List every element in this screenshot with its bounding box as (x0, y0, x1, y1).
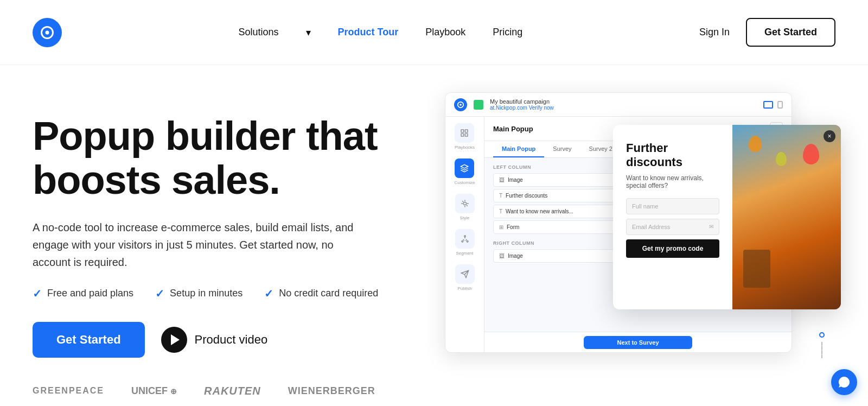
sidebar-playbooks-icon (455, 123, 474, 143)
nav-playbook[interactable]: Playbook (425, 27, 465, 38)
balloon-1 (749, 136, 762, 152)
app-topbar: My beautiful campaign at.Nickpop.com Ver… (445, 93, 792, 117)
nav-pricing[interactable]: Pricing (493, 27, 522, 38)
check-free-plans: ✓ Free and paid plans (33, 287, 133, 300)
item-discounts-label: Further discounts (506, 193, 547, 199)
product-video-button[interactable]: Product video (161, 327, 268, 353)
sidebar-publish[interactable]: Publish (455, 264, 475, 291)
nav-solutions[interactable]: Solutions (239, 27, 279, 38)
hero-ctas: Get Started Product video (33, 322, 401, 358)
play-icon (161, 327, 187, 353)
customize-icon (460, 164, 469, 173)
chat-icon (838, 376, 851, 389)
logo[interactable] (33, 18, 62, 47)
popup-fullname-input[interactable]: Full name (626, 198, 719, 214)
form-icon: ⊞ (499, 224, 503, 230)
person-silhouette (743, 250, 770, 288)
popup-card: × Further discounts Want to know new arr… (613, 125, 841, 309)
svg-point-9 (464, 236, 465, 237)
logo-svg (40, 25, 55, 40)
image-icon-2: 🖼 (499, 253, 505, 259)
svg-point-11 (467, 240, 468, 242)
email-icon: ✉ (709, 224, 713, 230)
chat-bubble[interactable] (831, 369, 857, 395)
popup-close-button[interactable]: × (824, 130, 835, 142)
sidebar-playbooks-label: Playbooks (455, 145, 475, 150)
check-free-plans-label: Free and paid plans (47, 288, 133, 299)
sidebar-customize[interactable]: Customize (455, 158, 475, 185)
popup-email-input[interactable]: Email Address ✉ (626, 219, 719, 235)
nav-actions: Sign In Get Started (699, 18, 835, 47)
app-sidebar: Playbooks Customize Style (445, 117, 484, 352)
hero-title: Popup builder that boosts sales. (33, 114, 401, 202)
hero-left: Popup builder that boosts sales. A no-co… (33, 98, 401, 397)
small-logo-svg (457, 101, 464, 109)
style-icon (461, 199, 469, 208)
popup-cta-button[interactable]: Get my promo code (626, 239, 719, 258)
sidebar-style[interactable]: Style (455, 194, 475, 220)
get-started-hero-button[interactable]: Get Started (33, 322, 145, 358)
main-nav: Solutions ▾ Product Tour Playbook Pricin… (239, 27, 523, 39)
hero-right: My beautiful campaign at.Nickpop.com Ver… (434, 92, 835, 375)
sidebar-customize-icon (455, 158, 474, 178)
step-line (821, 342, 822, 358)
product-video-label: Product video (195, 333, 268, 347)
header: Solutions ▾ Product Tour Playbook Pricin… (0, 0, 868, 65)
campaign-link: at.Nickpop.com Verify now (490, 105, 757, 111)
item-arrivals-label: Want to know new arrivals... (506, 208, 573, 214)
balloon-2 (803, 144, 819, 164)
sidebar-segment-label: Segment (456, 251, 473, 256)
svg-point-3 (459, 104, 462, 106)
get-started-header-button[interactable]: Get Started (746, 18, 835, 47)
tab-survey[interactable]: Survey (544, 141, 580, 157)
campaign-name: My beautiful campaign (490, 98, 757, 105)
step-dot-1 (819, 332, 825, 338)
checkmark-icon-2: ✓ (155, 287, 164, 300)
svg-rect-6 (461, 134, 464, 136)
popup-left: Further discounts Want to know new arriv… (613, 125, 732, 309)
app-bottom-bar: Next to Survey (484, 332, 792, 352)
checkmark-icon-3: ✓ (264, 287, 273, 300)
logo-icon (33, 18, 62, 47)
popup-email-label: Email Address (632, 224, 670, 230)
device-icons (763, 101, 783, 109)
sidebar-style-label: Style (460, 215, 470, 220)
nav-product-tour[interactable]: Product Tour (338, 27, 399, 38)
nav-chevron-solutions: ▾ (306, 27, 311, 39)
text-icon: T (499, 193, 502, 199)
item-form-label: Form (507, 224, 519, 230)
svg-point-8 (463, 202, 466, 205)
image-icon: 🖼 (499, 177, 505, 183)
brand-logos: GREENPEACE unicef ⊕ Rakuten wienerberger (33, 385, 401, 397)
hero-section: Popup builder that boosts sales. A no-co… (0, 65, 868, 406)
sidebar-customize-label: Customize (455, 180, 475, 185)
hero-description: A no-code tool to increase e-commerce sa… (33, 219, 369, 271)
logo-unicef: unicef ⊕ (131, 385, 177, 397)
sidebar-playbooks[interactable]: Playbooks (455, 123, 475, 150)
svg-rect-7 (465, 134, 468, 136)
step-indicator (819, 332, 825, 358)
next-to-survey-button[interactable]: Next to Survey (584, 336, 692, 349)
sidebar-style-icon (455, 194, 475, 213)
svg-rect-4 (461, 130, 464, 132)
sidebar-segment-icon (455, 229, 475, 249)
grid-icon (460, 129, 469, 137)
item-right-image-label: Image (508, 253, 523, 259)
segment-icon (461, 234, 469, 243)
popup-title: Further discounts (626, 141, 719, 170)
desktop-icon (763, 101, 773, 109)
app-screenshot: My beautiful campaign at.Nickpop.com Ver… (434, 92, 835, 375)
sidebar-publish-label: Publish (457, 286, 471, 291)
svg-point-1 (46, 30, 49, 34)
campaign-info-text: My beautiful campaign at.Nickpop.com Ver… (490, 98, 757, 111)
item-image-label: Image (508, 177, 523, 183)
logo-wienerberger: wienerberger (288, 385, 375, 397)
tab-main-popup[interactable]: Main Popup (493, 141, 544, 157)
svg-point-10 (462, 240, 463, 242)
sidebar-segment[interactable]: Segment (455, 229, 475, 256)
check-setup-label: Setup in minutes (170, 288, 242, 299)
sign-in-link[interactable]: Sign In (699, 27, 730, 38)
svg-rect-5 (465, 130, 468, 132)
check-setup: ✓ Setup in minutes (155, 287, 242, 300)
check-no-cc-label: No credit card required (279, 288, 378, 299)
